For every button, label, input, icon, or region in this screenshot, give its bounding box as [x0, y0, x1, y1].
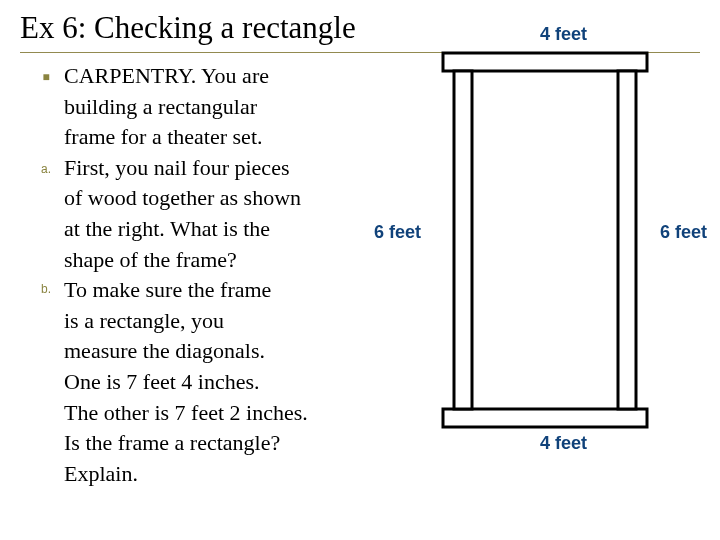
slide: Ex 6: Checking a rectangle ■ a. b. CARPE… [0, 0, 720, 540]
intro-line: frame for a theater set. [64, 123, 364, 152]
svg-rect-1 [443, 409, 647, 427]
b-line: measure the diagonals. [64, 337, 364, 366]
item-a-marker: a. [38, 162, 54, 176]
svg-rect-3 [618, 71, 636, 409]
a-line: shape of the frame? [64, 246, 364, 275]
svg-rect-0 [443, 53, 647, 71]
b-line: To make sure the frame [64, 276, 364, 305]
dimension-label-bottom: 4 feet [540, 433, 587, 454]
a-line: of wood together as shown [64, 184, 364, 213]
a-line: at the right. What is the [64, 215, 364, 244]
b-line: One is 7 feet 4 inches. [64, 368, 364, 397]
dimension-label-left: 6 feet [374, 222, 421, 243]
slide-title: Ex 6: Checking a rectangle [20, 10, 356, 46]
a-line: First, you nail four pieces [64, 154, 364, 183]
item-b-marker: b. [38, 282, 54, 296]
figure-area: 4 feet 6 feet 6 feet 4 feet [370, 20, 715, 520]
bullet-square-icon: ■ [38, 70, 54, 84]
bullet-column: ■ a. b. [38, 66, 54, 296]
dimension-label-top: 4 feet [540, 24, 587, 45]
b-line: The other is 7 feet 2 inches. [64, 399, 364, 428]
intro-line: building a rectangular [64, 93, 364, 122]
b-line: Is the frame a rectangle? [64, 429, 364, 458]
frame-diagram [440, 50, 650, 430]
b-line: is a rectangle, you [64, 307, 364, 336]
dimension-label-right: 6 feet [660, 222, 707, 243]
svg-rect-2 [454, 71, 472, 409]
intro-line: CARPENTRY. You are [64, 62, 364, 91]
b-line: Explain. [64, 460, 364, 489]
body-text: CARPENTRY. You are building a rectangula… [64, 62, 364, 490]
